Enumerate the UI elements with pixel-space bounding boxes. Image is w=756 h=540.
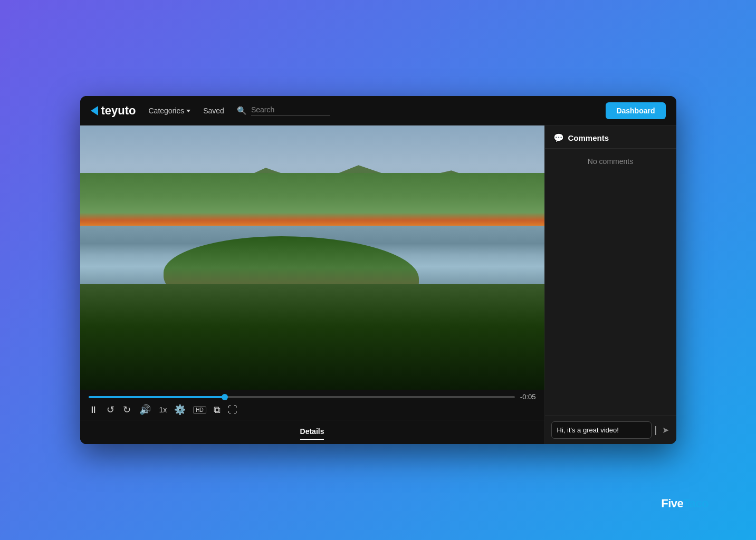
fullscreen-button[interactable]: ⛶ [228,405,237,414]
comments-sidebar: 💬 Comments No comments | ➤ [544,126,676,444]
comments-header: 💬 Comments [545,126,676,149]
comments-title: Comments [568,133,609,142]
search-input[interactable] [251,105,330,115]
video-scene [80,126,544,390]
comment-input-area: | ➤ [545,416,676,444]
video-container[interactable] [80,126,544,390]
rewind-button[interactable]: ↺ [107,405,114,414]
video-controls: -0:05 ⏸ ↺ ↻ 🔊 1x ⚙️ HD ⧉ ⛶ [80,390,544,420]
search-icon: 🔍 [237,106,247,115]
send-button[interactable]: ➤ [660,423,671,437]
progress-bar[interactable] [89,396,515,398]
speed-button[interactable]: 1x [159,406,167,414]
logo[interactable]: teyuto [91,104,136,118]
categories-label: Categories [149,107,185,115]
fivetaco-taco: Taco [683,497,709,510]
cursor-icon: | [655,425,657,436]
logo-text: teyuto [101,104,136,118]
video-area: -0:05 ⏸ ↺ ↻ 🔊 1x ⚙️ HD ⧉ ⛶ [80,126,544,444]
pip-button[interactable]: ⧉ [214,405,221,414]
search-wrapper: 🔍 [237,105,353,115]
reflection-layer [80,284,544,390]
no-comments-text: No comments [588,157,633,166]
navbar: teyuto Categories Saved 🔍 Dashboard [80,96,676,126]
fivetaco-brand: FiveTaco [661,497,709,510]
saved-link[interactable]: Saved [203,107,224,115]
chevron-down-icon [186,110,190,112]
comments-icon: 💬 [553,133,564,143]
controls-row: ⏸ ↺ ↻ 🔊 1x ⚙️ HD ⧉ ⛶ [89,405,536,414]
hd-badge[interactable]: HD [193,406,206,414]
progress-bar-wrapper: -0:05 [89,393,536,401]
progress-fill [89,396,225,398]
controls-right: 1x ⚙️ HD ⧉ ⛶ [159,405,237,414]
pause-button[interactable]: ⏸ [89,405,98,414]
details-tab-bar: Details [80,420,544,444]
saved-label: Saved [203,107,224,115]
details-tab[interactable]: Details [300,427,324,440]
comment-input[interactable] [551,421,652,439]
settings-button[interactable]: ⚙️ [174,405,186,414]
categories-menu[interactable]: Categories [149,107,191,115]
progress-handle[interactable] [222,394,228,400]
fivetaco-five: Five [661,497,683,510]
main-content: -0:05 ⏸ ↺ ↻ 🔊 1x ⚙️ HD ⧉ ⛶ [80,126,676,444]
forward-button[interactable]: ↻ [123,405,131,414]
volume-button[interactable]: 🔊 [139,405,151,414]
logo-chevron-icon [91,106,98,115]
dashboard-button[interactable]: Dashboard [606,102,665,119]
comments-body: No comments [545,149,676,416]
time-display: -0:05 [520,393,536,401]
app-window: teyuto Categories Saved 🔍 Dashboard [80,96,676,444]
